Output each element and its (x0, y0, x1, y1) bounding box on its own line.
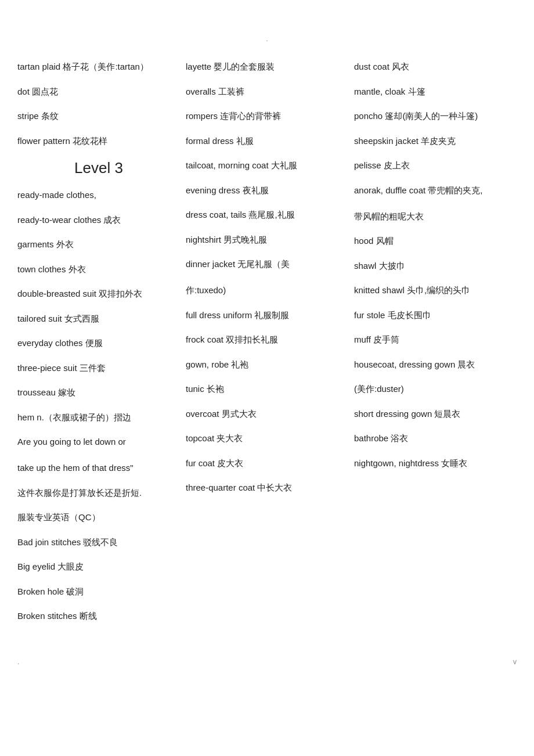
list-item: flower pattern 花纹花样 (17, 135, 180, 148)
page-dot-bottom: . v (17, 658, 517, 666)
list-item: tailcoat, morning coat 大礼服 (186, 159, 348, 172)
list-item: muff 皮手筒 (354, 333, 517, 347)
column-2: layette 婴儿的全套服装overalls 工装裤rompers 连背心的背… (186, 60, 354, 635)
list-item: dot 圆点花 (17, 85, 180, 99)
list-item: Bad join stitches 驳线不良 (17, 536, 180, 549)
list-item: ready-made clothes, (17, 189, 180, 202)
level-heading: Level 3 (17, 159, 180, 177)
list-item: garments 外衣 (17, 238, 180, 251)
page-dot-top: . (17, 35, 517, 43)
list-item: ready-to-wear clothes 成衣 (17, 214, 180, 227)
list-item: nightgown, nightdress 女睡衣 (354, 457, 517, 470)
list-item: overalls 工装裤 (186, 85, 348, 99)
list-item: tunic 长袍 (186, 383, 348, 396)
list-item: fur stole 毛皮长围巾 (354, 309, 517, 322)
dot-bottom-right: v (513, 658, 517, 666)
list-item: shawl 大披巾 (354, 260, 517, 273)
list-item: poncho 篷却(南美人的一种斗篷) (354, 110, 517, 123)
list-item: fur coat 皮大衣 (186, 457, 348, 470)
list-item: Big eyelid 大眼皮 (17, 560, 180, 574)
list-item: sheepskin jacket 羊皮夹克 (354, 135, 517, 148)
list-item: hem n.（衣服或裙子的）摺边 (17, 411, 180, 424)
column-1: tartan plaid 格子花（美作:tartan）dot 圆点花stripe… (17, 60, 186, 635)
list-item: tartan plaid 格子花（美作:tartan） (17, 60, 180, 74)
list-item: trousseau 嫁妆 (17, 386, 180, 399)
list-item: housecoat, dressing gown 晨衣 (354, 358, 517, 372)
list-item: everyday clothes 便服 (17, 337, 180, 350)
list-item: three-quarter coat 中长大衣 (186, 481, 348, 495)
list-item: rompers 连背心的背带裤 (186, 110, 348, 123)
list-item: hood 风帽 (354, 235, 517, 248)
list-item: layette 婴儿的全套服装 (186, 60, 348, 74)
list-item: town clothes 外衣 (17, 263, 180, 276)
list-item: 服装专业英语（QC） (17, 511, 180, 524)
list-item: tailored suit 女式西服 (17, 312, 180, 326)
column-3: dust coat 风衣mantle, cloak 斗篷poncho 篷却(南美… (354, 60, 517, 635)
list-item: three-piece suit 三件套 (17, 362, 180, 375)
list-item: Broken stitches 断线 (17, 610, 180, 623)
list-item: pelisse 皮上衣 (354, 159, 517, 172)
list-item: topcoat 夹大衣 (186, 432, 348, 445)
list-item: 这件衣服你是打算放长还是折短. (17, 487, 180, 500)
list-item: mantle, cloak 斗篷 (354, 85, 517, 99)
list-item: dress coat, tails 燕尾服,礼服 (186, 208, 348, 222)
list-item: knitted shawl 头巾,编织的头巾 (354, 284, 517, 297)
list-item: full dress uniform 礼服制服 (186, 309, 348, 322)
list-item: anorak, duffle coat 带兜帽的夹克,带风帽的粗呢大衣 (354, 184, 517, 224)
list-item: bathrobe 浴衣 (354, 432, 517, 445)
list-item: frock coat 双排扣长礼服 (186, 333, 348, 347)
list-item: evening dress 夜礼服 (186, 184, 348, 197)
dot-bottom-left: . (17, 658, 19, 666)
list-item: nightshirt 男式晚礼服 (186, 233, 348, 247)
list-item: double-breasted suit 双排扣外衣 (17, 287, 180, 301)
list-item: (美作:duster) (354, 383, 517, 396)
list-item: Broken hole 破洞 (17, 585, 180, 599)
list-item: stripe 条纹 (17, 110, 180, 123)
list-item: Are you going to let down ortake up the … (17, 435, 180, 475)
list-item: short dressing gown 短晨衣 (354, 408, 517, 421)
list-item: formal dress 礼服 (186, 135, 348, 148)
list-item: dust coat 风衣 (354, 60, 517, 74)
list-item: overcoat 男式大衣 (186, 408, 348, 421)
list-item: dinner jacket 无尾礼服（美作:tuxedo) (186, 258, 348, 297)
list-item: gown, robe 礼袍 (186, 358, 348, 372)
